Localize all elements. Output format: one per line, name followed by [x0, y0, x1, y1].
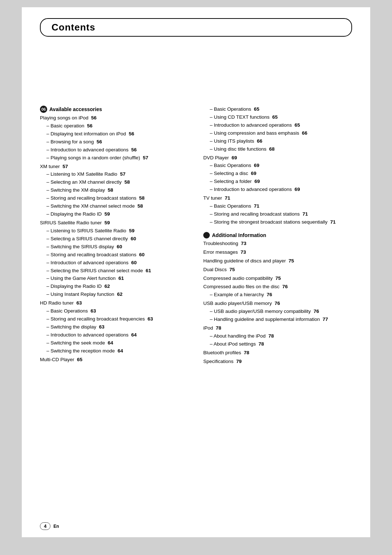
- list-item: Bluetooth profiles 78: [203, 349, 352, 357]
- list-item: XM tuner 57: [40, 163, 189, 171]
- list-item: Specifications 79: [203, 358, 352, 366]
- list-item: Storing and recalling broadcast stations…: [46, 251, 189, 259]
- list-item: Basic Operations 63: [46, 307, 189, 315]
- list-item: Using compression and bass emphasis 66: [210, 130, 352, 137]
- list-item: Playing songs in a random order (shuffle…: [46, 154, 189, 162]
- section1-num: 06: [40, 106, 47, 113]
- list-item: Browsing for a song 56: [46, 138, 189, 146]
- list-item: Storing the strongest broadcast stations…: [210, 219, 352, 226]
- list-item: Using ITS playlists 66: [210, 138, 352, 145]
- list-item: Storing and recalling broadcast stations…: [46, 195, 189, 202]
- list-item: Displaying the Radio ID 59: [46, 211, 189, 218]
- list-item: Selecting a disc 69: [210, 170, 352, 177]
- section2-label: Additional Information: [212, 232, 266, 238]
- list-item: Listening to XM Satellite Radio 57: [46, 171, 189, 178]
- list-item: Basic Operations 71: [210, 203, 352, 210]
- section1-header: 06 Available accessories: [40, 106, 189, 113]
- list-item: Using Instant Replay function 62: [46, 291, 189, 298]
- list-item: TV tuner 71: [203, 195, 352, 202]
- list-item: Switching the reception mode 64: [46, 347, 189, 355]
- list-item: DVD Player 69: [203, 154, 352, 162]
- list-item: Compressed audio files on the disc 76: [203, 283, 352, 291]
- list-item: SIRIUS Satellite Radio tuner 59: [40, 219, 189, 227]
- list-item: Listening to SIRIUS Satellite Radio 59: [46, 227, 189, 235]
- list-item: Handling guideline of discs and player 7…: [203, 257, 352, 265]
- list-item: Basic Operations 65: [210, 106, 352, 113]
- list-item: Example of a hierarchy 76: [210, 291, 352, 299]
- list-item: Switching the XM channel select mode 58: [46, 203, 189, 210]
- list-item: Handling guideline and supplemental info…: [210, 316, 352, 323]
- list-item: About handling the iPod 78: [210, 332, 352, 340]
- list-item: Troubleshooting 73: [203, 240, 352, 248]
- right-column: Basic Operations 65 Using CD TEXT functi…: [203, 106, 352, 366]
- list-item: Switching the SIRIUS display 60: [46, 243, 189, 251]
- section2-dot: [203, 232, 210, 238]
- list-item: Displaying text information on iPod 56: [46, 130, 189, 138]
- list-item: Using CD TEXT functions 65: [210, 114, 352, 121]
- content-area: 06 Available accessories Playing songs o…: [40, 106, 352, 366]
- list-item: HD Radio tuner 63: [40, 299, 189, 307]
- list-item: iPod 78: [203, 325, 352, 332]
- list-item: Using the Game Alert function 61: [46, 275, 189, 282]
- list-item: Switching the XM display 58: [46, 187, 189, 194]
- left-column: 06 Available accessories Playing songs o…: [40, 106, 189, 366]
- list-item: Basic operation 56: [46, 122, 189, 130]
- list-item: Using disc title functions 68: [210, 146, 352, 153]
- list-item: USB audio player/USB memory 76: [203, 300, 352, 307]
- list-item: Switching the seek mode 64: [46, 339, 189, 347]
- list-item: About iPod settings 78: [210, 340, 352, 348]
- list-item: Introduction to advanced operations 56: [46, 146, 189, 154]
- list-item: Compressed audio compatibility 75: [203, 275, 352, 282]
- list-item: Storing and recalling broadcast stations…: [210, 211, 352, 218]
- list-item: Switching the display 63: [46, 323, 189, 331]
- list-item: Selecting the SIRIUS channel select mode…: [46, 267, 189, 275]
- list-item: Selecting a folder 69: [210, 178, 352, 185]
- list-item: Selecting a SIRIUS channel directly 60: [46, 235, 189, 243]
- page-footer: 4 En: [40, 522, 352, 530]
- list-item: Error messages 73: [203, 249, 352, 256]
- list-item: Multi-CD Player 65: [40, 356, 189, 364]
- list-item: Introduction to advanced operations 69: [210, 186, 352, 193]
- section1-label: Available accessories: [49, 106, 102, 112]
- list-item: Introduction to advanced operations 65: [210, 122, 352, 129]
- title-bar: Contents: [40, 18, 352, 37]
- page-title: Contents: [52, 22, 340, 33]
- list-item: Introduction to advanced operations 64: [46, 331, 189, 339]
- list-item: USB audio player/USB memory compatibilit…: [210, 308, 352, 315]
- list-item: Basic Operations 69: [210, 162, 352, 170]
- section2-header: Additional Information: [203, 232, 352, 238]
- list-item: Displaying the Radio ID 62: [46, 283, 189, 290]
- list-item: Introduction of advanced operations 60: [46, 259, 189, 267]
- list-item: Selecting an XM channel directly 58: [46, 179, 189, 186]
- list-item: Dual Discs 75: [203, 266, 352, 274]
- list-item: Playing songs on iPod 56: [40, 114, 189, 122]
- page-number: 4: [40, 522, 50, 530]
- page: Contents 06 Available accessories Playin…: [22, 7, 370, 537]
- list-item: Storing and recalling broadcast frequenc…: [46, 315, 189, 323]
- footer-lang: En: [53, 524, 59, 529]
